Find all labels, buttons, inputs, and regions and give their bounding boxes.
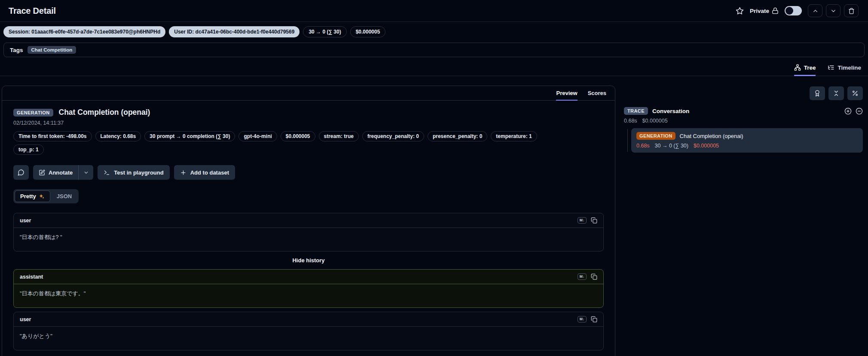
message-content: "日本の首都は? " <box>14 228 603 251</box>
trace-tree-sidebar: TRACE Conversation 0.68s $0.000005 GENER… <box>615 86 868 153</box>
public-sharing-toggle[interactable] <box>785 6 802 15</box>
message-content: "ありがとう" <box>14 327 603 350</box>
tab-preview[interactable]: Preview <box>556 90 577 101</box>
scores-toggle-button[interactable] <box>810 86 825 100</box>
tree-node-generation[interactable]: GENERATION Chat Completion (openai) 0.68… <box>631 128 863 153</box>
markdown-toggle-icon[interactable]: M↓ <box>578 217 587 224</box>
sparkles-icon <box>39 193 45 199</box>
playground-label: Test in playground <box>114 169 163 176</box>
percent-icon <box>852 90 859 97</box>
tab-timeline-label: Timeline <box>837 64 861 71</box>
node-cost: $0.000005 <box>694 143 719 149</box>
message-content: "日本の首都は東京です。" <box>14 284 603 307</box>
trace-cost: $0.000005 <box>642 118 668 124</box>
annotate-label: Annotate <box>49 169 73 176</box>
copy-icon[interactable] <box>591 316 597 322</box>
metrics-toggle-button[interactable] <box>847 86 863 100</box>
plus-icon <box>180 169 186 176</box>
markdown-toggle-icon[interactable]: M↓ <box>578 273 587 280</box>
action-buttons: Annotate Test in playground <box>13 165 604 180</box>
token-usage-badge: 30 → 0 (∑ 30) <box>303 26 346 37</box>
message-tools: M↓ <box>578 316 597 322</box>
observation-metric-badges: Time to first token: -498.00s Latency: 0… <box>13 131 563 155</box>
tree-indent-line <box>627 129 628 152</box>
tab-tree[interactable]: Tree <box>794 64 816 76</box>
message-header: user M↓ <box>14 213 603 228</box>
dataset-label: Add to dataset <box>190 169 229 176</box>
metric-latency: Latency: 0.68s <box>95 131 141 141</box>
node-metrics: 0.68s 30 → 0 (∑ 30) $0.000005 <box>636 143 858 149</box>
trace-metrics: 0.68s $0.000005 <box>624 118 863 124</box>
tab-scores[interactable]: Scores <box>588 90 606 101</box>
tab-json[interactable]: JSON <box>51 190 77 202</box>
chevrons-collapse-icon <box>833 90 840 97</box>
content-area: Preview Scores GENERATION Chat Completio… <box>0 86 868 356</box>
page-header: Trace Detail Private <box>0 0 868 22</box>
view-tabs: Tree Timeline <box>0 57 868 76</box>
trace-meta-badges: Session: 01aaacf6-e0fe-457d-a7de-7c1ee08… <box>3 26 865 37</box>
collapse-all-button[interactable] <box>828 86 844 100</box>
message-panel-user-2: user M↓ "ありがとう" <box>13 312 604 350</box>
previous-trace-button[interactable] <box>808 4 822 17</box>
messages-list: user M↓ "日本の首都は? " Hide history assistan… <box>13 213 604 356</box>
test-in-playground-button[interactable]: Test in playground <box>98 165 169 180</box>
message-header: user M↓ <box>14 312 603 327</box>
trace-nav-buttons <box>808 4 859 17</box>
trace-title: Conversation <box>652 108 689 114</box>
message-role: user <box>20 218 31 224</box>
session-badge[interactable]: Session: 01aaacf6-e0fe-457d-a7de-7c1ee08… <box>3 26 165 37</box>
panel-tabs: Preview Scores <box>2 86 615 101</box>
observation-panel: Preview Scores GENERATION Chat Completio… <box>2 86 615 356</box>
bookmark-star-button[interactable] <box>736 7 744 15</box>
timeline-icon <box>828 64 834 71</box>
generation-type-badge: GENERATION <box>636 132 675 140</box>
chevron-up-icon <box>812 8 819 14</box>
node-header: GENERATION Chat Completion (openai) <box>636 132 858 140</box>
tree-zoom-controls <box>844 107 863 115</box>
pretty-label: Pretty <box>20 193 36 199</box>
tab-pretty[interactable]: Pretty <box>15 190 50 202</box>
next-trace-button[interactable] <box>826 4 840 17</box>
message-panel-user-1: user M↓ "日本の首都は? " <box>13 213 604 252</box>
tags-label: Tags <box>10 47 23 53</box>
metric-top-p: top_p: 1 <box>13 144 44 155</box>
tag-chat-competition[interactable]: Chat Competition <box>28 46 76 54</box>
cost-badge: $0.000005 <box>350 26 386 37</box>
observation-timestamp: 02/12/2024, 14:11:37 <box>13 120 604 126</box>
message-tools: M↓ <box>578 217 597 224</box>
annotate-button[interactable]: Annotate <box>33 165 78 180</box>
message-header: assistant M↓ <box>14 270 603 284</box>
io-format-tabs: Pretty JSON <box>13 189 79 203</box>
terminal-icon <box>104 169 110 176</box>
header-actions: Private <box>736 4 859 17</box>
page-title: Trace Detail <box>9 6 56 16</box>
award-icon <box>814 90 821 97</box>
node-tokens: 30 → 0 (∑ 30) <box>655 143 688 149</box>
tags-container: Tags Chat Competition <box>3 43 865 57</box>
expand-circle-plus-icon[interactable] <box>844 107 852 115</box>
annotate-dropdown-button[interactable] <box>79 165 93 180</box>
trace-root-row[interactable]: TRACE Conversation <box>624 107 863 115</box>
node-title: Chat Completion (openai) <box>680 133 743 139</box>
delete-trace-button[interactable] <box>844 4 859 17</box>
metric-tokens: 30 prompt → 0 completion (∑ 30) <box>144 131 235 141</box>
metric-model[interactable]: gpt-4o-mini <box>238 131 277 141</box>
tree-icon <box>794 64 801 71</box>
annotate-pen-icon <box>39 169 45 176</box>
metric-frequency-penalty: frequency_penalty: 0 <box>362 131 424 141</box>
message-role: assistant <box>20 274 43 280</box>
toggle-knob <box>785 7 793 15</box>
collapse-circle-minus-icon[interactable] <box>856 107 863 115</box>
markdown-toggle-icon[interactable]: M↓ <box>578 316 587 322</box>
chevron-down-icon <box>83 170 89 175</box>
add-to-dataset-button[interactable]: Add to dataset <box>174 165 235 180</box>
node-latency: 0.68s <box>636 143 650 149</box>
copy-icon[interactable] <box>591 217 597 224</box>
message-panel-assistant: assistant M↓ "日本の首都は東京です。" <box>13 269 604 308</box>
tab-timeline[interactable]: Timeline <box>828 64 861 76</box>
hide-history-button[interactable]: Hide history <box>13 257 604 264</box>
copy-icon[interactable] <box>591 273 597 280</box>
user-id-badge[interactable]: User ID: dc47a41e-06bc-400d-bde1-f0e440d… <box>169 26 300 37</box>
comment-button[interactable] <box>13 165 29 180</box>
trace-latency: 0.68s <box>624 118 637 124</box>
